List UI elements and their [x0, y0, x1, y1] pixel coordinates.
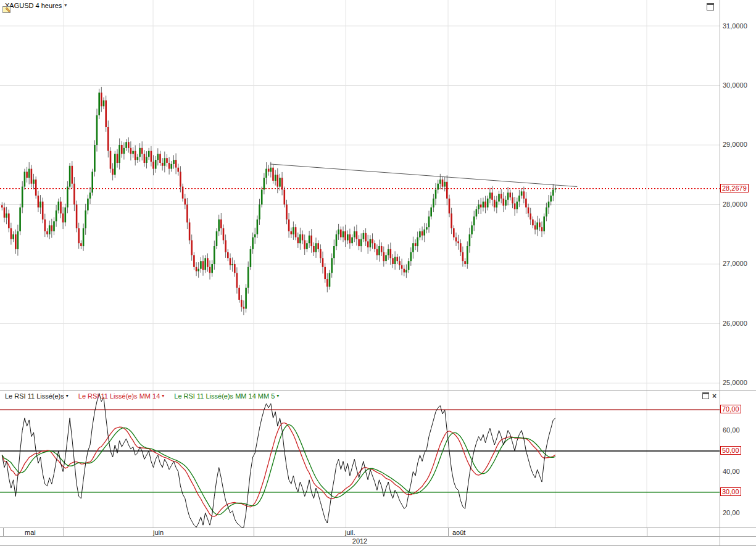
- price-axis-label: 26,0000: [723, 320, 747, 327]
- rsi-legend-item-mm14[interactable]: Le RSI 11 Lissé(e)s MM 14 ▾: [78, 392, 164, 400]
- price-axis-label: 29,0000: [723, 141, 747, 148]
- restore-icon[interactable]: [702, 392, 709, 399]
- price-axis-label: 28,0000: [723, 201, 747, 208]
- rsi-axis-label: 30,00: [720, 487, 741, 496]
- year-axis[interactable]: [0, 537, 756, 545]
- chevron-down-icon[interactable]: ▾: [64, 2, 67, 9]
- date-separator: [647, 528, 647, 536]
- price-axis-label: 27,0000: [723, 260, 747, 267]
- rsi-plot[interactable]: [0, 391, 720, 527]
- price-level-tag: 28,2679: [720, 184, 749, 192]
- rsi-legend-item-mm14-mm5[interactable]: Le RSI 11 Lissé(e)s MM 14 MM 5 ▾: [174, 392, 279, 400]
- month-label: mai: [25, 529, 36, 536]
- rsi-legend: Le RSI 11 Lissé(e)s ▾ Le RSI 11 Lissé(e)…: [5, 392, 279, 400]
- price-chart-plot[interactable]: [0, 0, 720, 390]
- rsi-axis-label: 60,00: [723, 426, 740, 434]
- chevron-down-icon[interactable]: ▾: [66, 393, 69, 399]
- rsi-axis-label: 40,00: [723, 468, 740, 475]
- month-label: juin: [153, 529, 164, 536]
- date-separator: [64, 528, 64, 536]
- rsi-axis-label: 50,00: [720, 446, 741, 455]
- rsi-axis-label: 70,00: [720, 405, 741, 413]
- rsi-mm14-mm5-label: Le RSI 11 Lissé(e)s MM 14 MM 5: [174, 392, 275, 400]
- symbol-selector[interactable]: XAGUSD 4 heures ▾: [2, 2, 67, 9]
- close-icon[interactable]: ×: [712, 393, 717, 399]
- maximize-icon[interactable]: [707, 3, 714, 10]
- rsi-series-label: Le RSI 11 Lissé(e)s: [5, 392, 64, 400]
- date-separator: [254, 528, 254, 536]
- price-axis-label: 31,0000: [723, 22, 747, 30]
- date-axis[interactable]: [0, 528, 720, 536]
- price-axis-label: 25,0000: [723, 379, 747, 386]
- date-separator: [448, 528, 449, 536]
- chevron-down-icon[interactable]: ▾: [276, 393, 279, 399]
- price-axis-label: 30,0000: [723, 81, 747, 89]
- rsi-mm14-label: Le RSI 11 Lissé(e)s MM 14: [78, 392, 160, 400]
- rsi-legend-item-rsi[interactable]: Le RSI 11 Lissé(e)s ▾: [5, 392, 69, 400]
- date-separator: [3, 528, 4, 536]
- trading-chart-window: XAGUSD 4 heures ▾ 31,0000 30,0000 29,000…: [0, 0, 756, 546]
- month-label: août: [452, 529, 465, 536]
- year-label: 2012: [352, 537, 367, 545]
- rsi-axis-label: 20,00: [723, 509, 740, 516]
- symbol-title-label: XAGUSD 4 heures: [5, 2, 62, 9]
- rsi-window-controls: ×: [702, 392, 717, 399]
- axis-separator: [720, 0, 720, 546]
- month-label: juil.: [345, 529, 355, 536]
- chevron-down-icon[interactable]: ▾: [162, 393, 164, 399]
